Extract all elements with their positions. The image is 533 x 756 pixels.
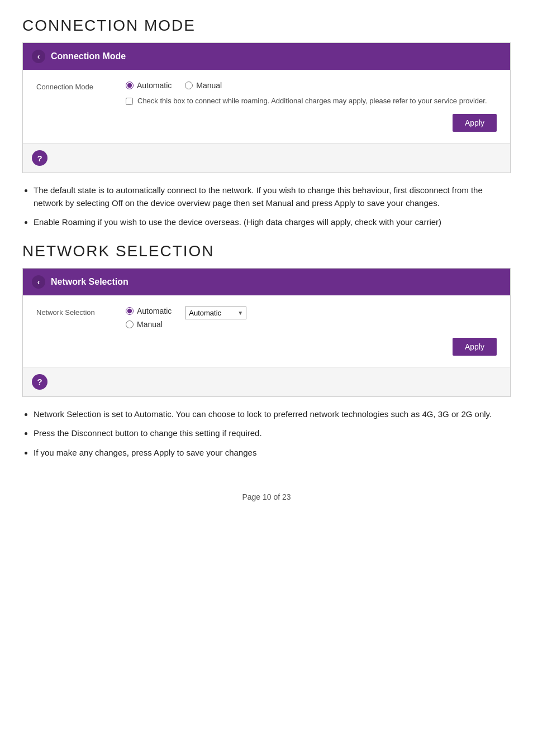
- network-selection-bullet-3: If you make any changes, press Apply to …: [34, 447, 511, 460]
- network-selection-help-button[interactable]: ?: [32, 374, 47, 390]
- connection-mode-label: Connection Mode: [36, 81, 126, 91]
- network-selection-back-button[interactable]: ‹: [32, 275, 45, 289]
- page-footer: Page 10 of 23: [22, 492, 511, 501]
- network-automatic-radio[interactable]: [126, 307, 134, 315]
- connection-mode-manual-radio[interactable]: [185, 82, 193, 89]
- connection-mode-roaming-checkbox[interactable]: [126, 98, 133, 105]
- connection-mode-controls: Automatic Manual Check this box to conne…: [126, 81, 497, 105]
- connection-mode-footer: ?: [23, 143, 510, 173]
- connection-mode-title: CONNECTION MODE: [22, 17, 511, 35]
- help-icon: ?: [37, 154, 42, 163]
- network-selection-bullet-1: Network Selection is set to Automatic. Y…: [34, 408, 511, 421]
- network-selection-bullets: Network Selection is set to Automatic. Y…: [34, 408, 511, 460]
- connection-mode-bullet-1: The default state is to automatically co…: [34, 184, 511, 209]
- network-automatic-option[interactable]: Automatic: [126, 307, 172, 315]
- network-selection-controls: Automatic Manual Automatic Manual: [126, 307, 497, 329]
- connection-mode-roaming-label: Check this box to connect while roaming.…: [137, 97, 487, 105]
- back-icon: ‹: [37, 52, 40, 61]
- network-selection-label: Network Selection: [36, 307, 126, 317]
- help-icon-2: ?: [37, 377, 42, 386]
- connection-mode-back-button[interactable]: ‹: [32, 50, 45, 63]
- network-selection-field-row: Network Selection Automatic Manual: [36, 307, 497, 329]
- network-dropdown[interactable]: Automatic Manual: [185, 307, 246, 319]
- connection-mode-bullet-2: Enable Roaming if you wish to use the de…: [34, 216, 511, 229]
- network-selection-radio-group: Automatic Manual: [126, 307, 172, 329]
- network-manual-radio[interactable]: [126, 320, 134, 328]
- network-manual-option[interactable]: Manual: [126, 320, 172, 329]
- connection-mode-roaming-row: Check this box to connect while roaming.…: [126, 97, 497, 105]
- network-dropdown-container: Automatic Manual: [185, 307, 246, 319]
- connection-mode-field-row: Connection Mode Automatic Manual Check t…: [36, 81, 497, 105]
- connection-mode-bullets: The default state is to automatically co…: [34, 184, 511, 229]
- network-selection-panel: ‹ Network Selection Network Selection Au…: [22, 268, 511, 397]
- network-selection-apply-row: Apply: [36, 338, 497, 356]
- network-automatic-label: Automatic: [137, 307, 172, 315]
- network-selection-header: ‹ Network Selection: [23, 269, 510, 295]
- connection-mode-body: Connection Mode Automatic Manual Check t…: [23, 70, 510, 143]
- network-selection-bullet-2: Press the Disconnect button to change th…: [34, 427, 511, 440]
- network-selection-body: Network Selection Automatic Manual: [23, 295, 510, 367]
- connection-mode-radio-group: Automatic Manual: [126, 81, 497, 90]
- page-number: Page 10 of 23: [242, 492, 291, 501]
- connection-mode-manual-label: Manual: [196, 81, 222, 90]
- network-selection-header-title: Network Selection: [51, 277, 129, 287]
- connection-mode-help-button[interactable]: ?: [32, 150, 47, 166]
- network-selection-main-row: Automatic Manual Automatic Manual: [126, 307, 497, 329]
- connection-mode-apply-row: Apply: [36, 114, 497, 132]
- network-selection-apply-button[interactable]: Apply: [453, 338, 497, 356]
- connection-mode-apply-button[interactable]: Apply: [453, 114, 497, 132]
- connection-mode-automatic-label: Automatic: [137, 81, 172, 90]
- network-manual-label: Manual: [137, 320, 163, 329]
- connection-mode-header-title: Connection Mode: [51, 51, 126, 61]
- connection-mode-automatic-radio[interactable]: [126, 82, 134, 89]
- network-selection-title: NETWORK SELECTION: [22, 242, 511, 260]
- back-icon-2: ‹: [37, 277, 40, 286]
- connection-mode-panel: ‹ Connection Mode Connection Mode Automa…: [22, 42, 511, 173]
- connection-mode-automatic-option[interactable]: Automatic: [126, 81, 172, 90]
- connection-mode-header: ‹ Connection Mode: [23, 43, 510, 70]
- connection-mode-manual-option[interactable]: Manual: [185, 81, 222, 90]
- network-selection-footer: ?: [23, 367, 510, 396]
